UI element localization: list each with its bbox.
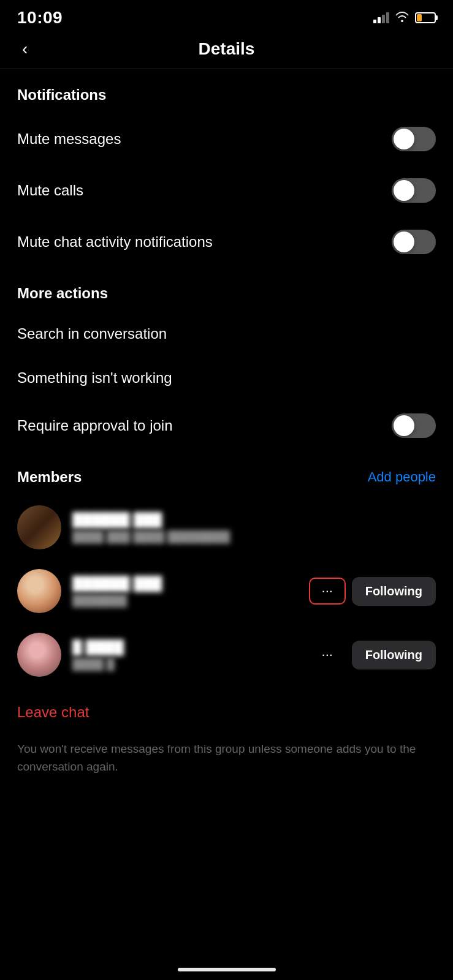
member-info-3: █ ████ ████ █: [72, 639, 298, 671]
header: ‹ Details: [0, 33, 453, 69]
avatar-3: [17, 633, 61, 677]
more-actions-section-label: More actions: [0, 268, 453, 312]
mute-chat-activity-toggle[interactable]: [392, 230, 436, 254]
member-3-more-button[interactable]: ···: [309, 641, 346, 668]
member-3-actions: ··· Following: [309, 641, 436, 669]
footer-note-text: You won't receive messages from this gro…: [17, 742, 416, 773]
member-3-following-button[interactable]: Following: [352, 641, 436, 669]
member-2-following-button[interactable]: Following: [352, 577, 436, 606]
something-not-working-label: Something isn't working: [17, 369, 172, 386]
content: Notifications Mute messages Mute calls M…: [0, 69, 453, 800]
search-in-conversation-row[interactable]: Search in conversation: [0, 312, 453, 356]
require-approval-row[interactable]: Require approval to join: [0, 400, 453, 451]
mute-messages-label: Mute messages: [17, 130, 121, 148]
signal-icon: [373, 12, 389, 23]
members-header: Members Add people: [0, 451, 453, 496]
notifications-section-label: Notifications: [0, 69, 453, 113]
mute-messages-knob: [394, 129, 414, 149]
mute-calls-toggle[interactable]: [392, 178, 436, 203]
mute-chat-activity-knob: [394, 232, 414, 252]
mute-calls-row[interactable]: Mute calls: [0, 165, 453, 216]
mute-chat-activity-label: Mute chat activity notifications: [17, 233, 213, 251]
member-name-1: ██████ ███: [72, 512, 436, 528]
avatar-2: [17, 569, 61, 613]
member-name-3: █ ████: [72, 639, 298, 655]
member-sub-2: ███████: [72, 594, 298, 607]
members-section-label: Members: [17, 469, 82, 486]
member-row-1[interactable]: ██████ ███ ████ ███ ████ ████████: [0, 496, 453, 559]
require-approval-label: Require approval to join: [17, 417, 173, 434]
mute-messages-row[interactable]: Mute messages: [0, 113, 453, 165]
mute-messages-toggle[interactable]: [392, 127, 436, 151]
avatar-1: [17, 505, 61, 549]
home-indicator: [178, 968, 276, 971]
require-approval-knob: [394, 415, 414, 436]
member-2-actions: ··· Following: [309, 577, 436, 606]
footer-note: You won't receive messages from this gro…: [0, 731, 453, 800]
leave-chat-row[interactable]: Leave chat: [0, 687, 453, 731]
member-sub-3: ████ █: [72, 658, 298, 671]
back-button[interactable]: ‹: [17, 38, 32, 60]
something-not-working-row[interactable]: Something isn't working: [0, 356, 453, 400]
status-bar: 10:09: [0, 0, 453, 33]
member-name-2: ██████ ███: [72, 576, 298, 592]
add-people-button[interactable]: Add people: [368, 469, 436, 485]
leave-chat-label[interactable]: Leave chat: [17, 704, 89, 720]
status-icons: [373, 11, 436, 25]
member-info-1: ██████ ███ ████ ███ ████ ████████: [72, 512, 436, 543]
mute-calls-label: Mute calls: [17, 182, 83, 199]
page-title: Details: [199, 39, 255, 59]
member-row-2[interactable]: ██████ ███ ███████ ··· Following: [0, 559, 453, 623]
member-2-more-button[interactable]: ···: [309, 578, 346, 605]
wifi-icon: [395, 11, 409, 25]
member-info-2: ██████ ███ ███████: [72, 576, 298, 607]
mute-chat-activity-row[interactable]: Mute chat activity notifications: [0, 216, 453, 268]
battery-icon: [415, 12, 436, 23]
status-time: 10:09: [17, 8, 63, 28]
member-sub-1: ████ ███ ████ ████████: [72, 530, 436, 543]
mute-calls-knob: [394, 180, 414, 201]
search-in-conversation-label: Search in conversation: [17, 325, 167, 342]
member-row-3[interactable]: █ ████ ████ █ ··· Following: [0, 623, 453, 687]
require-approval-toggle[interactable]: [392, 413, 436, 438]
